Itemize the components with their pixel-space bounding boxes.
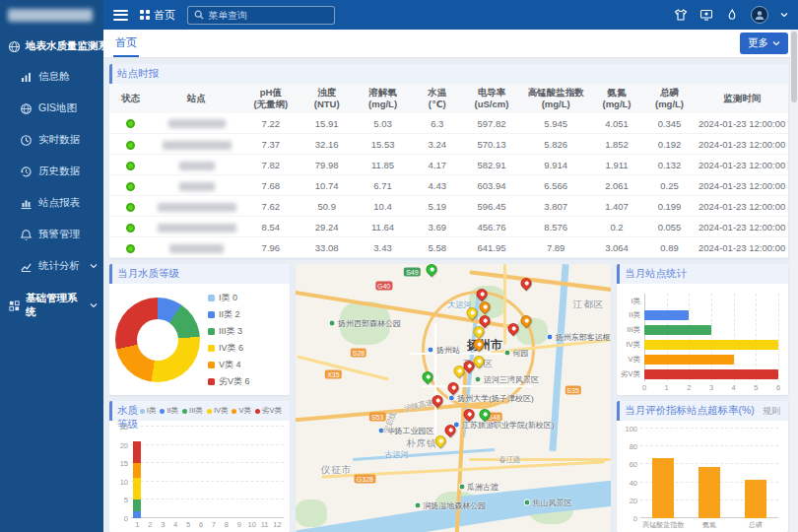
hbar-II类[interactable] <box>644 310 689 320</box>
theme-skin-icon[interactable] <box>674 8 688 22</box>
sidebar-item-4[interactable]: 历史数据 <box>0 156 103 187</box>
road-badge: S49 <box>404 268 420 277</box>
main-area: 首页 首页 更多 <box>103 0 798 532</box>
stacked-bar[interactable] <box>248 427 256 518</box>
vbar-总磷[interactable] <box>745 480 766 518</box>
nav-home[interactable]: 首页 <box>140 8 175 23</box>
map-label: 扬州西部森林公园 <box>329 318 401 329</box>
stacked-bar[interactable] <box>235 427 243 518</box>
value-cell: 8.54 <box>241 217 300 237</box>
sidebar-item-7[interactable]: 统计分析 <box>0 250 103 282</box>
vbar-category-label: 总磷 <box>749 520 763 530</box>
city-map[interactable]: G40S49S28X35S53S48G328S35大运河扬州西部森林公园扬州站邗… <box>296 264 611 532</box>
user-avatar[interactable] <box>751 6 768 24</box>
top-header: 首页 <box>103 0 798 30</box>
search-input[interactable] <box>208 10 316 21</box>
station-name-blurred <box>163 141 232 150</box>
time-cell: 2024-01-23 12:00:00 <box>696 175 788 196</box>
stacked-bar[interactable] <box>197 427 205 518</box>
map-panel: G40S49S28X35S53S48G328S35大运河扬州西部森林公园扬州站邗… <box>296 264 611 532</box>
road-badge: G40 <box>375 281 392 290</box>
value-cell: 3.24 <box>413 134 462 155</box>
value-cell: 0.345 <box>643 113 697 134</box>
sidebar-root-surface-water-system[interactable]: 地表水质量监测系统 <box>0 30 103 61</box>
stacked-bar[interactable] <box>184 427 192 518</box>
stacked-bar[interactable] <box>274 427 282 518</box>
hbar-IV类[interactable] <box>644 340 778 350</box>
vbar-氨氮[interactable] <box>698 467 720 518</box>
time-cell: 2024-01-23 12:00:00 <box>696 196 788 217</box>
road-badge: S35 <box>565 385 580 394</box>
alert-manage-icon <box>20 229 33 241</box>
table-row[interactable]: 8.5429.2411.643.69456.768.5760.20.055202… <box>109 217 788 237</box>
donut-chart[interactable] <box>115 298 200 382</box>
user-chevron-down-icon[interactable] <box>780 11 788 19</box>
y-tick-label: 5 <box>124 496 128 504</box>
legend-label: 劣V类 6 <box>219 375 250 388</box>
value-cell: 7.37 <box>241 134 300 155</box>
table-row[interactable]: 7.6250.910.45.19596.453.8071.4070.199202… <box>109 196 788 217</box>
table-row[interactable]: 7.3732.1615.533.24570.135.8261.8520.1922… <box>109 134 788 155</box>
value-cell: 1.911 <box>590 155 643 175</box>
sidebar-item-5[interactable]: 站点报表 <box>0 187 103 219</box>
tab-bar: 首页 更多 <box>103 30 798 58</box>
more-button[interactable]: 更多 <box>740 33 788 54</box>
table-row[interactable]: 7.2215.915.036.3597.825.9454.0510.345202… <box>109 113 788 134</box>
flame-icon[interactable] <box>725 8 739 22</box>
table-row[interactable]: 7.6810.746.714.43603.946.5662.0610.25202… <box>109 175 788 196</box>
tab-home[interactable]: 首页 <box>113 30 139 57</box>
layout-screen-icon[interactable] <box>699 8 713 22</box>
value-cell: 0.199 <box>643 196 697 217</box>
exceedance-rate-chart[interactable]: 020406080100高锰酸盐指数氨氮总磷 <box>640 429 778 518</box>
stacked-bar[interactable] <box>171 427 179 518</box>
scrollbar-thumb[interactable] <box>791 32 797 102</box>
hbar-III类[interactable] <box>644 325 711 335</box>
road-badge: S28 <box>351 348 366 357</box>
annual-grade-chart[interactable]: 0510152025123456789101112 <box>131 427 284 518</box>
table-row[interactable]: 7.8279.9811.854.17582.919.9141.9110.1322… <box>109 155 788 175</box>
stacked-bar[interactable] <box>159 427 166 518</box>
value-cell: 50.9 <box>300 196 354 217</box>
avatar-image <box>754 9 765 21</box>
sidebar-item-3[interactable]: 实时数据 <box>0 124 103 156</box>
value-cell: 6.3 <box>413 113 462 134</box>
sidebar-item-2[interactable]: GIS地图 <box>0 93 103 124</box>
rules-link[interactable]: 规则 <box>763 405 780 418</box>
value-cell: 456.76 <box>462 217 521 237</box>
value-cell: 0.132 <box>643 155 697 175</box>
hbar-劣V类[interactable] <box>644 369 778 379</box>
stacked-bar[interactable] <box>210 427 218 518</box>
road-badge: S53 <box>369 413 385 422</box>
page-scrollbar[interactable] <box>790 30 798 532</box>
table-row[interactable]: 7.9633.083.435.58641.957.893.0640.892024… <box>109 237 788 258</box>
station-pin-green[interactable] <box>424 264 439 277</box>
status-cell <box>109 134 152 155</box>
sidebar-item-1[interactable]: 信息舱 <box>0 61 103 93</box>
status-dot-normal <box>126 224 135 233</box>
stacked-bar[interactable] <box>261 427 269 518</box>
sidebar-item-label: 信息舱 <box>38 70 98 84</box>
sidebar-item-6[interactable]: 预警管理 <box>0 219 103 250</box>
hbar-V类[interactable] <box>644 355 734 365</box>
vbar-高锰酸盐指数[interactable] <box>652 458 674 518</box>
month-label: 1 <box>135 520 139 529</box>
collapse-menu-icon[interactable] <box>113 10 128 21</box>
y-tick-label: 10 <box>120 477 128 486</box>
annual-grade-panel: 全年水质等级 I类II类III类IV类V类劣V类 051015202512345… <box>109 401 290 532</box>
menu-search[interactable] <box>187 6 335 25</box>
station-name-cell <box>152 217 240 237</box>
legend-swatch <box>208 362 215 368</box>
stacked-bar[interactable] <box>223 427 231 518</box>
sidebar: 地表水质量监测系统 信息舱GIS地图实时数据历史数据站点报表预警管理统计分析 基… <box>0 0 103 532</box>
stacked-bar[interactable] <box>133 427 141 518</box>
station-name-cell <box>152 134 240 155</box>
station-name-blurred <box>179 162 215 170</box>
legend-item: IV类 6 <box>208 342 250 355</box>
value-cell: 4.051 <box>590 113 643 134</box>
monthly-station-stats-chart[interactable]: 0123456I类II类III类IV类V类劣V类 <box>644 294 778 381</box>
station-name-cell <box>152 196 240 217</box>
stacked-bar[interactable] <box>146 427 154 518</box>
sidebar-root-base-system[interactable]: 基础管理系统 <box>0 282 103 329</box>
map-label: 焦山风景区 <box>524 498 572 508</box>
map-road <box>297 355 389 380</box>
